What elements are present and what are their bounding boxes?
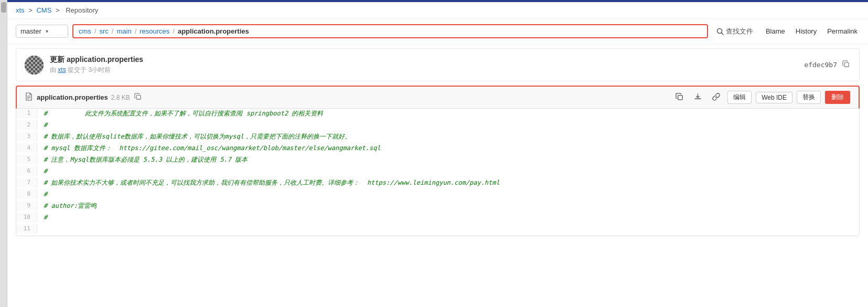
scrollbar[interactable]: [0, 0, 7, 307]
line-content: #: [44, 166, 859, 176]
link-icon: [712, 93, 720, 101]
breadcrumb-repository: Repository: [66, 6, 98, 14]
path-sep-3: /: [135, 27, 137, 35]
copy-icon: [842, 60, 850, 68]
line-number: 1: [16, 109, 37, 118]
table-row: 8#: [16, 189, 859, 201]
line-number: 9: [16, 201, 37, 210]
file-icon: [25, 92, 33, 102]
path-seg-src[interactable]: src: [99, 27, 108, 35]
svg-rect-7: [678, 95, 682, 99]
commit-submitted: 提交于: [68, 66, 87, 73]
scroll-thumb[interactable]: [1, 2, 6, 13]
search-icon: [716, 28, 724, 35]
table-row: 2#: [16, 120, 859, 132]
replace-button[interactable]: 替换: [797, 91, 821, 104]
find-file-button[interactable]: 查找文件: [712, 25, 757, 38]
table-row: 11: [16, 224, 859, 236]
history-link[interactable]: History: [794, 26, 819, 36]
web-ide-button[interactable]: Web IDE: [756, 92, 792, 103]
svg-line-1: [721, 33, 723, 35]
line-number: 3: [16, 132, 37, 141]
blame-link[interactable]: Blame: [764, 26, 787, 36]
avatar-image: [25, 56, 44, 75]
path-seg-resources[interactable]: resources: [140, 27, 169, 35]
line-content: # 注意，Mysql数据库版本必须是 5.5.3 以上的，建议使用 5.7 版本: [44, 155, 859, 165]
line-content: # 如果你技术实力不大够，或者时间不充足，可以找我方求助，我们有有偿帮助服务，只…: [44, 178, 859, 188]
file-actions: 编辑 Web IDE 替换 删除: [672, 91, 850, 104]
permalink-link[interactable]: Permalink: [825, 26, 860, 36]
commit-file: application.properties: [67, 55, 143, 63]
line-number: 6: [16, 166, 37, 176]
table-row: 5# 注意，Mysql数据库版本必须是 5.5.3 以上的，建议使用 5.7 版…: [16, 155, 859, 166]
commit-hash-area: efdec9b7: [804, 59, 851, 70]
commit-title: 更新 application.properties: [50, 55, 804, 65]
line-number: 8: [16, 189, 37, 199]
table-row: 3# 数据库，默认使用sqlite数据库，如果你懂技术，可以切换为mysql，只…: [16, 132, 859, 143]
line-number: 4: [16, 143, 37, 153]
link-button[interactable]: [709, 92, 723, 103]
table-row: 1# 此文件为系统配置文件，如果不了解，可以自行搜索查阅 springboot2…: [16, 109, 859, 120]
toolbar-right-actions: 查找文件 Blame History Permalink: [712, 25, 860, 38]
commit-username[interactable]: xts: [58, 66, 66, 73]
delete-button[interactable]: 删除: [825, 91, 850, 104]
table-row: 10#: [16, 213, 859, 224]
download-button[interactable]: [691, 92, 705, 103]
table-row: 4# mysql 数据库文件： https://gitee.com/mail_o…: [16, 143, 859, 155]
find-file-label: 查找文件: [726, 27, 753, 36]
line-content: #: [44, 120, 859, 130]
copy-hash-button[interactable]: [841, 59, 851, 70]
path-sep-4: /: [173, 27, 175, 35]
breadcrumb-xts[interactable]: xts: [16, 6, 25, 14]
line-number: 5: [16, 155, 37, 164]
file-name: application.properties: [37, 93, 108, 101]
table-row: 9# author:雷雷鸣: [16, 201, 859, 213]
path-seg-cms[interactable]: cms: [79, 27, 91, 35]
commit-time-val: 3小时前: [88, 66, 111, 73]
commit-text: 更新 application.properties 由 xts 提交于 3小时前: [50, 55, 804, 75]
line-content: # 此文件为系统配置文件，如果不了解，可以自行搜索查阅 springboot2 …: [44, 109, 859, 119]
avatar: [25, 56, 44, 75]
breadcrumb-sep-2: >: [56, 6, 61, 14]
toolbar-row: master ▾ cms / src / main / resources / …: [7, 19, 868, 44]
breadcrumb-cms[interactable]: CMS: [36, 6, 51, 14]
breadcrumb: xts > CMS > Repository: [7, 2, 868, 19]
path-sep-1: /: [94, 27, 97, 35]
line-number: 2: [16, 120, 37, 130]
chevron-down-icon: ▾: [46, 28, 48, 34]
download-icon: [694, 93, 702, 101]
line-number: 11: [16, 224, 37, 234]
branch-name: master: [20, 27, 41, 35]
copy-file-name-button[interactable]: [134, 93, 142, 102]
edit-button[interactable]: 编辑: [727, 91, 752, 104]
code-area: 1# 此文件为系统配置文件，如果不了解，可以自行搜索查阅 springboot2…: [16, 109, 860, 236]
copy-raw-button[interactable]: [672, 92, 687, 103]
line-content: # author:雷雷鸣: [44, 201, 859, 211]
svg-rect-2: [844, 62, 849, 67]
line-content: # 数据库，默认使用sqlite数据库，如果你懂技术，可以切换为mysql，只需…: [44, 132, 859, 142]
copy-icon-file: [134, 93, 142, 100]
commit-info-row: 更新 application.properties 由 xts 提交于 3小时前…: [16, 48, 860, 81]
breadcrumb-sep-1: >: [28, 6, 34, 14]
current-file-name: application.properties: [178, 27, 249, 35]
path-seg-main[interactable]: main: [116, 27, 131, 35]
line-content: # mysql 数据库文件： https://gitee.com/mail_os…: [44, 143, 859, 153]
line-content: #: [44, 213, 859, 223]
path-sep-2: /: [112, 27, 114, 35]
commit-hash: efdec9b7: [804, 61, 837, 69]
line-number: 10: [16, 213, 37, 222]
branch-selector[interactable]: master ▾: [16, 25, 68, 38]
table-row: 6#: [16, 166, 859, 178]
file-size: 2.8 KB: [111, 94, 130, 101]
svg-rect-6: [136, 95, 141, 99]
line-content: #: [44, 189, 859, 199]
copy-raw-icon: [676, 93, 683, 101]
table-row: 7# 如果你技术实力不大够，或者时间不充足，可以找我方求助，我们有有偿帮助服务，…: [16, 178, 859, 189]
commit-by-label: 由: [50, 66, 56, 73]
commit-meta: 由 xts 提交于 3小时前: [50, 66, 804, 75]
file-header: application.properties 2.8 KB: [16, 86, 860, 109]
document-icon: [25, 92, 33, 101]
commit-action: 更新: [50, 55, 65, 63]
line-number: 7: [16, 178, 37, 187]
file-path-breadcrumb: cms / src / main / resources / applicati…: [72, 24, 708, 38]
